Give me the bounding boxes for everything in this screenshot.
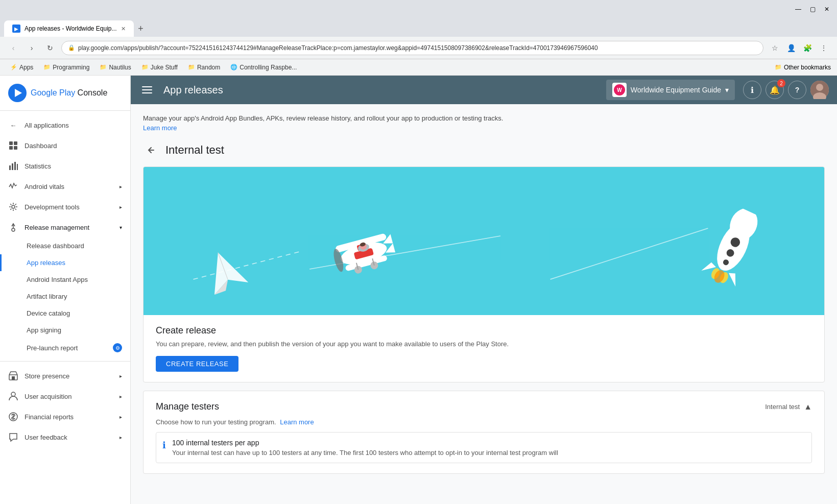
notifications-button[interactable]: 🔔 2 xyxy=(766,81,784,99)
sidebar-subitem-pre-launch-report-label: Pre-launch report xyxy=(27,344,78,352)
bookmark-nautilus[interactable]: 📁 Nautilus xyxy=(95,63,135,72)
svg-point-14 xyxy=(11,392,15,396)
sidebar-subitem-device-catalog-label: Device catalog xyxy=(27,309,70,317)
maximize-button[interactable]: ▢ xyxy=(806,3,819,15)
browser-titlebar: — ▢ ✕ xyxy=(0,0,837,18)
active-tab[interactable]: ▶ App releases - Worldwide Equip... ✕ xyxy=(4,20,134,37)
bookmark-controlling-raspbe[interactable]: 🌐 Controlling Raspbe... xyxy=(226,63,301,72)
svg-rect-9 xyxy=(17,164,18,170)
tab-favicon-icon: ▶ xyxy=(14,26,18,32)
page-header: App releases W Worldwide Equipment Guide… xyxy=(131,76,837,104)
create-release-button[interactable]: CREATE RELEASE xyxy=(156,356,238,372)
sidebar-item-release-management[interactable]: Release management ▾ xyxy=(0,217,130,237)
manage-testers-collapse-button[interactable]: ▲ xyxy=(804,402,812,412)
sidebar-subitem-pre-launch-report[interactable]: Pre-launch report ⚙ xyxy=(0,339,130,357)
sidebar-logo: Google Play Console xyxy=(0,76,130,111)
back-button[interactable] xyxy=(143,142,159,158)
apps-bookmark-icon: ⚡ xyxy=(10,64,17,71)
profile-button[interactable]: 👤 xyxy=(784,41,798,55)
sidebar-main-nav: ← All applications Dashboard xyxy=(0,111,130,361)
manage-testers-header-row: Manage testers Internal test ▲ xyxy=(156,401,812,412)
sidebar-nav-scroll: ← All applications Dashboard xyxy=(0,111,130,504)
testers-description: Choose how to run your testing program. … xyxy=(156,418,812,426)
paper-plane-illustration xyxy=(205,249,246,296)
sidebar-item-android-vitals[interactable]: Android vitals ▸ xyxy=(0,176,130,197)
info-title: 100 internal testers per app xyxy=(172,439,558,447)
learn-more-link[interactable]: Learn more xyxy=(143,124,825,132)
create-release-title: Create release xyxy=(156,325,812,336)
page-description-text: Manage your app's Android App Bundles, A… xyxy=(143,114,503,122)
back-nav-button[interactable]: ‹ xyxy=(6,41,20,55)
sidebar-subitem-device-catalog[interactable]: Device catalog xyxy=(0,305,130,322)
bookmark-juke-stuff[interactable]: 📁 Juke Stuff xyxy=(137,63,182,72)
sidebar-item-user-acquisition-label: User acquisition xyxy=(25,393,72,400)
sidebar-item-user-feedback[interactable]: User feedback ▸ xyxy=(0,427,130,447)
sidebar-item-android-vitals-label: Android vitals xyxy=(25,183,64,190)
browser-chrome: — ▢ ✕ ▶ App releases - Worldwide Equip..… xyxy=(0,0,837,76)
sidebar-subitem-artifact-library[interactable]: Artifact library xyxy=(0,288,130,305)
svg-rect-16 xyxy=(142,86,152,87)
page-body: Manage your app's Android App Bundles, A… xyxy=(131,104,837,492)
page-header-title: App releases xyxy=(163,84,598,96)
info-icon: ℹ xyxy=(751,85,754,95)
tab-bar: ▶ App releases - Worldwide Equip... ✕ + xyxy=(0,18,837,37)
sidebar-subitem-app-releases[interactable]: App releases xyxy=(0,254,130,271)
bookmark-juke-stuff-label: Juke Stuff xyxy=(151,64,178,71)
sidebar-item-statistics[interactable]: Statistics xyxy=(0,156,130,176)
info-button[interactable]: ℹ xyxy=(743,81,761,99)
bookmark-button[interactable]: ☆ xyxy=(768,41,782,55)
financial-reports-expand-icon: ▸ xyxy=(119,414,122,420)
sidebar-item-development-tools[interactable]: Development tools ▸ xyxy=(0,197,130,217)
minimize-button[interactable]: — xyxy=(792,3,804,15)
bookmark-random[interactable]: 📁 Random xyxy=(184,63,224,72)
extensions-button[interactable]: 🧩 xyxy=(800,41,815,55)
sidebar-item-all-applications-label: All applications xyxy=(25,122,69,129)
bookmark-programming-label: Programming xyxy=(53,64,89,71)
sidebar-subitem-android-instant-apps[interactable]: Android Instant Apps xyxy=(0,271,130,288)
tab-close-button[interactable]: ✕ xyxy=(121,26,126,32)
bookmark-apps[interactable]: ⚡ Apps xyxy=(6,63,37,72)
user-avatar[interactable] xyxy=(810,81,829,99)
bookmark-programming[interactable]: 📁 Programming xyxy=(39,63,93,72)
sidebar-subitem-app-signing[interactable]: App signing xyxy=(0,322,130,339)
other-bookmarks[interactable]: 📁 Other bookmarks xyxy=(775,64,831,71)
sidebar: Google Play Console ← All applications xyxy=(0,76,131,504)
svg-point-11 xyxy=(12,228,15,231)
sidebar-item-financial-reports[interactable]: Financial reports ▸ xyxy=(0,406,130,427)
forward-nav-button[interactable]: › xyxy=(25,41,39,55)
store-presence-icon xyxy=(8,371,18,381)
refresh-nav-button[interactable]: ↻ xyxy=(43,41,57,55)
address-bar[interactable]: 🔒 play.google.com/apps/publish/?account=… xyxy=(61,41,763,55)
info-circle-icon: ℹ xyxy=(162,440,166,451)
svg-rect-18 xyxy=(142,92,152,93)
help-button[interactable]: ? xyxy=(788,81,806,99)
development-tools-icon xyxy=(8,202,18,212)
sidebar-item-user-feedback-label: User feedback xyxy=(25,434,67,441)
statistics-icon xyxy=(8,161,18,171)
pre-launch-report-badge: ⚙ xyxy=(113,343,122,352)
testers-learn-more-link[interactable]: Learn more xyxy=(280,418,314,426)
sidebar-item-store-presence-label: Store presence xyxy=(25,372,69,380)
app-selector-name: Worldwide Equipment Guide xyxy=(631,86,721,94)
sidebar-logo-text: Google Play Console xyxy=(31,88,107,98)
hero-illustration xyxy=(144,167,824,315)
sidebar-item-store-presence[interactable]: Store presence ▸ xyxy=(0,366,130,386)
sidebar-subitem-android-instant-apps-label: Android Instant Apps xyxy=(27,276,88,283)
sidebar-item-dashboard[interactable]: Dashboard xyxy=(0,135,130,156)
url-text: play.google.com/apps/publish/?account=75… xyxy=(78,44,757,52)
section-title: Internal test xyxy=(165,143,224,157)
sidebar-item-all-applications[interactable]: ← All applications xyxy=(0,115,130,135)
sidebar-subitem-release-dashboard-label: Release dashboard xyxy=(27,242,84,250)
android-vitals-expand-icon: ▸ xyxy=(119,184,122,189)
logo-console-text: Console xyxy=(75,88,107,97)
menu-button[interactable]: ⋮ xyxy=(817,41,831,55)
sidebar-subitem-release-dashboard[interactable]: Release dashboard xyxy=(0,237,130,254)
close-button[interactable]: ✕ xyxy=(821,3,833,15)
new-tab-button[interactable]: + xyxy=(134,21,148,36)
release-management-expand-icon: ▾ xyxy=(119,225,122,230)
store-presence-expand-icon: ▸ xyxy=(119,373,122,379)
dashboard-icon xyxy=(8,140,18,151)
sidebar-item-user-acquisition[interactable]: User acquisition ▸ xyxy=(0,386,130,406)
header-menu-button[interactable] xyxy=(139,82,155,98)
app-selector-dropdown[interactable]: W Worldwide Equipment Guide ▾ xyxy=(606,80,735,100)
